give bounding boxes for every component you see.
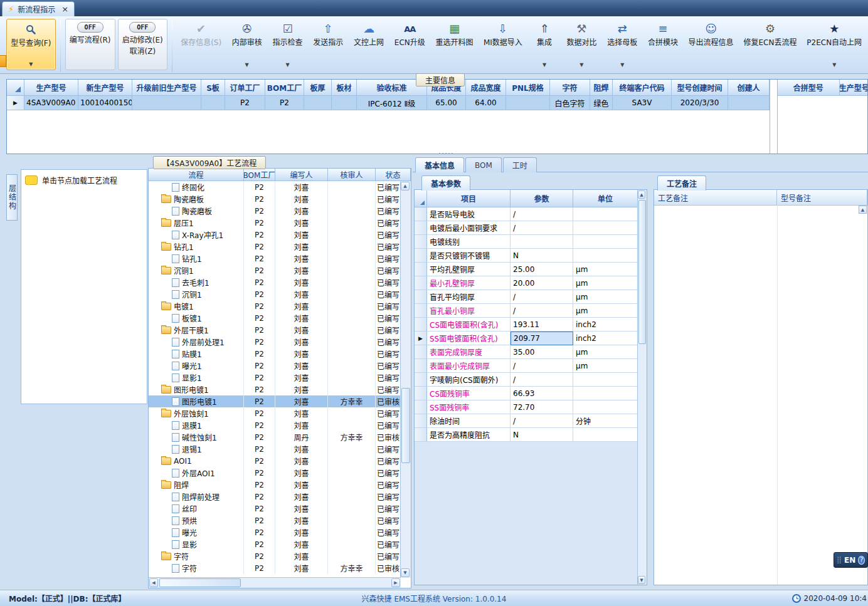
process-tree-row[interactable]: 曝光P2刘喜已编写 [149,526,401,538]
tab-process-remarks[interactable]: 工艺备注 [657,175,706,191]
toolbar-button-sublabel[interactable]: 取消(Z) [130,47,156,56]
process-tree-row[interactable]: 电镀1P2刘喜已编写 [149,300,401,312]
column-header[interactable]: 板材 [332,80,357,96]
param-value-cell[interactable]: 35.00 [511,345,573,359]
dropdown-arrow-icon[interactable]: ▼ [620,63,624,68]
column-header[interactable]: 流程 [149,169,244,181]
edge-autohide-tab[interactable] [0,55,6,67]
toolbar-button-ecn-upgrade[interactable]: AAECN升级 [390,19,429,70]
param-value-cell[interactable]: N [511,428,573,442]
toolbar-button-mi-import[interactable]: ⇩MI数据导入 [480,19,526,70]
process-tree-row[interactable]: 碱性蚀刻1P2周丹方幸幸已审核 [149,431,401,443]
column-header[interactable]: 型号创建时间 [672,80,728,96]
toolbar-button-model-query[interactable]: 型号查询(F)▼ [6,19,56,70]
process-tree-row[interactable]: 阻焊P2刘喜已编写 [149,479,401,491]
column-header[interactable]: BOM工厂 [265,80,304,96]
main-info-row[interactable]: ▶4SA3V009A010010400150675P2P2IPC-6012 Ⅱ级… [7,96,770,110]
column-header[interactable]: BOM工厂 [244,169,275,181]
column-header[interactable]: 状态 [376,169,411,181]
tab-close-icon[interactable]: × [61,4,68,14]
column-header[interactable]: 新生产型号 [78,80,132,96]
param-vertical-scrollbar[interactable]: ▲ ▼ [637,190,647,585]
toolbar-button-internal-audit[interactable]: ✇内部审核▼ [228,19,266,70]
language-bar[interactable]: ⣿ EN ? [834,552,868,568]
param-value-cell[interactable]: 72.70 [511,400,573,414]
toolbar-button-repair-ecn[interactable]: ⚙修复ECN丢流程 [740,19,801,70]
param-row[interactable]: 电镀线别 [415,235,647,249]
dropdown-arrow-icon[interactable]: ▼ [580,63,583,68]
param-value-cell[interactable]: / [511,221,573,235]
param-row[interactable]: 是否贴导电胶/ [415,207,647,221]
column-header[interactable]: 终端客户代码 [613,80,672,96]
toolbar-button-data-compare[interactable]: ⚒数据对比▼ [563,19,601,70]
process-tree-row[interactable]: 沉铜1P2刘喜已编写 [149,264,401,276]
process-tree-row[interactable]: 字符P2刘喜已编写 [149,550,401,562]
langbar-help-icon[interactable]: ? [858,556,865,565]
param-value-cell[interactable]: / [511,207,573,221]
langbar-grip-icon[interactable]: ⣿ [837,556,842,563]
column-header[interactable]: 字符 [550,80,590,96]
param-value-cell[interactable]: / [511,359,573,373]
toolbar-button-select-board[interactable]: ⇄选择母板▼ [603,19,642,70]
param-row[interactable]: 平均孔壁铜厚25.00μm [415,263,647,276]
off-toggle[interactable]: OFF [77,22,103,33]
param-value-cell[interactable]: 209.77 [511,332,573,345]
column-header[interactable]: 编写人 [275,169,328,181]
param-value-cell[interactable]: 66.93 [511,387,573,400]
tree-vscroll-thumb[interactable] [401,388,410,463]
tab-workhours[interactable]: 工时 [503,157,537,172]
param-value-cell[interactable]: / [511,373,573,387]
param-row[interactable]: 是否只镀铜不镀锡N [415,249,647,263]
process-tree-row[interactable]: 丝印P2刘喜已编写 [149,503,401,515]
param-row[interactable]: 表面最小完成铜厚/μm [415,359,647,373]
process-tree-row[interactable]: 退锡1P2刘喜已编写 [149,443,401,455]
process-tree-row[interactable]: 外层AOI1P2刘喜已编写 [149,467,401,479]
column-header[interactable]: 成品宽度 [466,80,506,96]
toolbar-button-merge-module[interactable]: ≡合拼模块 [644,19,682,70]
scroll-down-icon[interactable]: ▼ [401,568,410,577]
process-tree-row[interactable]: 终固化P2刘喜已编写 [149,181,401,193]
column-header[interactable]: 核审人 [328,169,376,181]
tree-hscroll-thumb[interactable] [159,578,241,587]
process-tree-row[interactable]: AOI1P2刘喜已编写 [149,455,401,467]
param-value-cell[interactable]: 25.00 [511,263,573,276]
process-tree-row[interactable]: 图形电镀1P2刘喜已编写 [149,384,401,395]
toolbar-button-integrate[interactable]: ⇑集成▼ [529,19,560,70]
column-header[interactable]: 阻焊 [590,80,613,96]
param-row[interactable]: 除油时间/分钟 [415,414,647,428]
param-row[interactable]: CS面电镀面积(含孔)193.11inch2 [415,318,647,332]
process-tree-row[interactable]: 钻孔1P2刘喜已编写 [149,253,401,264]
column-header[interactable]: 生产型号 [840,80,868,96]
process-tree-row[interactable]: 字符P2刘喜方幸幸已审核 [149,562,401,574]
process-tree-row[interactable]: 外层蚀刻1P2刘喜已编写 [149,407,401,419]
toolbar-button-start-modify[interactable]: OFF启动修改(E)取消(Z) [118,19,167,70]
process-tree-row[interactable]: 沉铜1P2刘喜已编写 [149,288,401,300]
column-header[interactable]: 参数 [511,190,573,207]
column-header[interactable]: 板厚 [304,80,332,96]
tab-bom[interactable]: BOM [465,157,502,172]
process-tree-row[interactable]: X-Ray冲孔1P2刘喜已编写 [149,229,401,241]
process-tree-row[interactable]: 层压1P2刘喜已编写 [149,217,401,229]
param-value-cell[interactable]: / [511,290,573,304]
param-value-cell[interactable]: / [511,304,573,318]
param-value-cell[interactable]: 20.00 [511,276,573,290]
toolbar-button-instruction-check[interactable]: ☑指示检查▼ [268,19,307,70]
process-tree-row[interactable]: 外层前处理1P2刘喜已编写 [149,336,401,348]
toolbar-button-doc-upload[interactable]: ☁文控上网 [350,19,388,70]
dropdown-arrow-icon[interactable]: ▼ [832,63,836,68]
process-tree-row[interactable]: 退膜1P2刘喜已编写 [149,419,401,431]
toolbar-button-export-flow[interactable]: ☺导出流程信息 [684,19,737,70]
toolbar-button-write-flow[interactable]: OFF编写流程(R) [65,19,115,70]
column-header[interactable]: 创建人 [728,80,770,96]
process-tree-row[interactable]: 阻焊前处理P2刘喜已编写 [149,491,401,503]
tree-vertical-scrollbar[interactable]: ▲ ▼ [400,181,411,578]
tree-horizontal-scrollbar[interactable]: ◀ ▶ [149,577,401,588]
langbar-language-label[interactable]: EN [844,556,855,565]
param-row[interactable]: 电镀后最小面铜要求/ [415,221,647,235]
column-header[interactable]: S板 [201,80,225,96]
remarks-scroll-up-icon[interactable]: ▲ [859,206,867,214]
param-row[interactable]: 最小孔壁铜厚20.00μm [415,276,647,290]
process-tree-row[interactable]: 钻孔1P2刘喜已编写 [149,241,401,253]
process-tree-row[interactable]: 显影1P2刘喜已编写 [149,372,401,384]
process-tree-row[interactable]: 去毛刺1P2刘喜已编写 [149,276,401,288]
